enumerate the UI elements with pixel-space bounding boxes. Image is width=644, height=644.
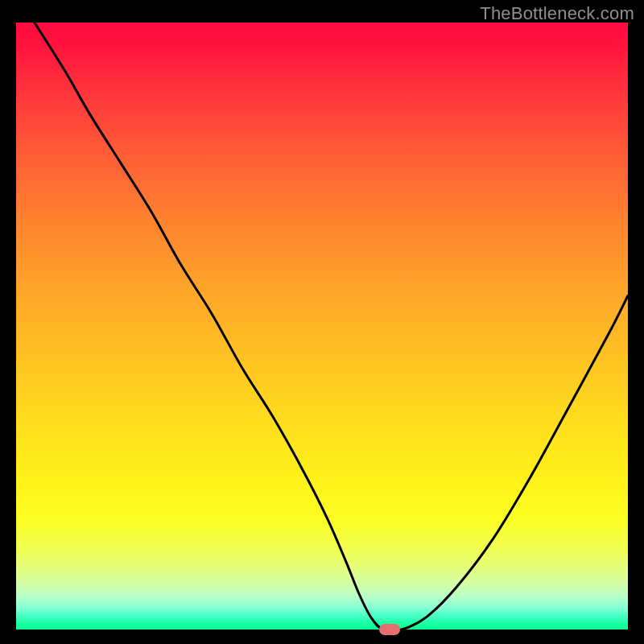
plot-area — [16, 23, 628, 630]
chart-frame: TheBottleneck.com — [0, 0, 644, 644]
bottleneck-curve — [16, 23, 628, 630]
watermark-text: TheBottleneck.com — [480, 3, 634, 24]
notch-marker — [379, 624, 400, 635]
